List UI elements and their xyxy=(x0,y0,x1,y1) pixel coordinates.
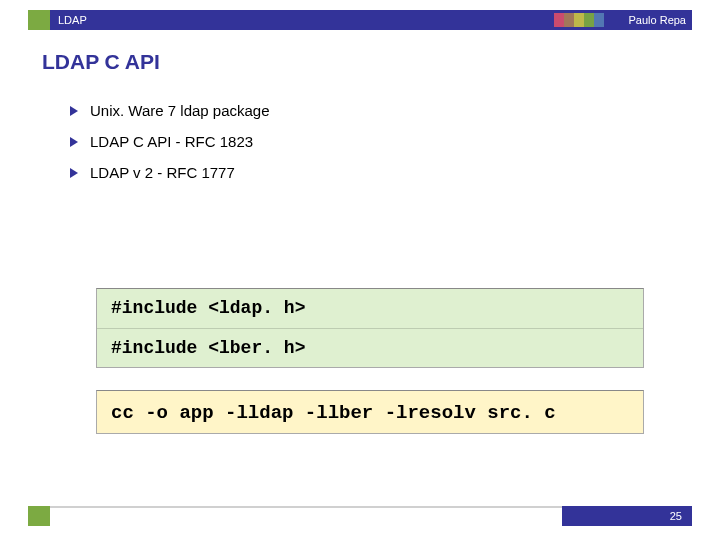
list-item: LDAP C API - RFC 1823 xyxy=(68,133,680,150)
code-line: #include <ldap. h> xyxy=(97,289,643,328)
page-number: 25 xyxy=(670,506,682,526)
footer-accent xyxy=(28,506,50,526)
svg-marker-0 xyxy=(70,106,78,116)
svg-marker-1 xyxy=(70,137,78,147)
bullet-text: Unix. Ware 7 ldap package xyxy=(90,102,270,119)
header-author: Paulo Repa xyxy=(629,10,687,30)
svg-marker-2 xyxy=(70,168,78,178)
list-item: LDAP v 2 - RFC 1777 xyxy=(68,164,680,181)
bullet-list: Unix. Ware 7 ldap package LDAP C API - R… xyxy=(68,102,680,195)
bullet-text: LDAP C API - RFC 1823 xyxy=(90,133,253,150)
bullet-arrow-icon xyxy=(68,105,80,117)
list-item: Unix. Ware 7 ldap package xyxy=(68,102,680,119)
code-line: #include <lber. h> xyxy=(97,328,643,367)
header-color-strip xyxy=(554,13,604,27)
slide: LDAP Paulo Repa LDAP C API Unix. Ware 7 … xyxy=(0,0,720,540)
header-accent xyxy=(28,10,50,30)
header-tag: LDAP xyxy=(58,10,87,30)
slide-title: LDAP C API xyxy=(42,50,160,74)
compile-code-block: cc -o app -lldap -llber -lresolv src. c xyxy=(96,390,644,434)
header-bar: LDAP Paulo Repa xyxy=(28,10,692,30)
footer-bar: 25 xyxy=(28,506,692,526)
include-code-block: #include <ldap. h> #include <lber. h> xyxy=(96,288,644,368)
bullet-text: LDAP v 2 - RFC 1777 xyxy=(90,164,235,181)
bullet-arrow-icon xyxy=(68,167,80,179)
bullet-arrow-icon xyxy=(68,136,80,148)
